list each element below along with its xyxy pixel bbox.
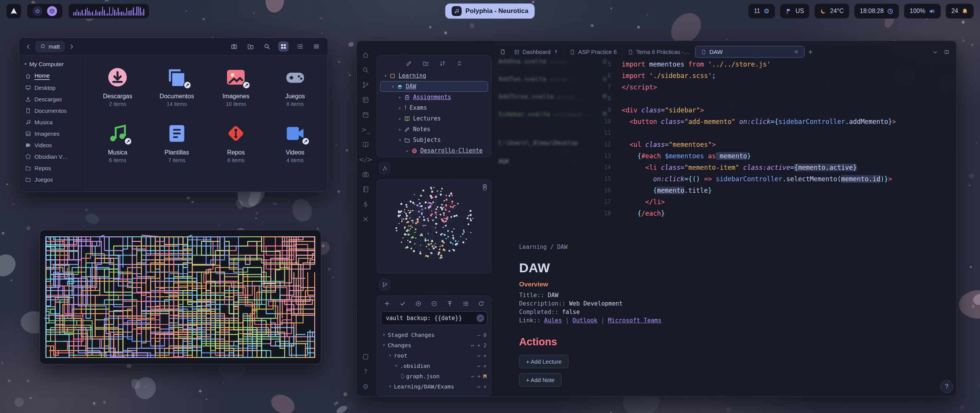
ribbon-dollar-button[interactable]: $ bbox=[363, 201, 368, 208]
close-tab-icon[interactable] bbox=[794, 49, 799, 54]
git-pane-tab[interactable] bbox=[379, 279, 390, 290]
ribbon-gear-button[interactable]: ⚙ bbox=[363, 383, 369, 390]
sidebar-item-videos[interactable]: Videos bbox=[21, 139, 82, 151]
git-row-actions[interactable]: ↩ + bbox=[477, 353, 487, 359]
tree-item-assignments[interactable]: ▸Assignments bbox=[380, 92, 488, 102]
screenshot-button[interactable] bbox=[229, 41, 239, 52]
action-button--add-note[interactable]: + Add Note bbox=[519, 373, 562, 387]
ribbon-help-button[interactable]: ? bbox=[364, 368, 368, 375]
tree-item-subjects[interactable]: ▾Subjects bbox=[380, 135, 488, 145]
git-refresh-button[interactable] bbox=[478, 301, 484, 307]
window-count-module[interactable]: 11⚙ bbox=[748, 3, 775, 19]
volume-module[interactable]: 100% bbox=[904, 3, 941, 19]
tab-tema-6-pr-cticas-[interactable]: Tema 6 Prácticas -… bbox=[622, 46, 695, 58]
explorer-collapse-button[interactable] bbox=[456, 60, 462, 67]
tree-chevron-icon[interactable]: ▾ bbox=[397, 138, 403, 142]
tree-chevron-icon[interactable]: ▸ bbox=[397, 117, 403, 121]
grid-view-button[interactable] bbox=[278, 41, 289, 52]
tab-asp-practice-6[interactable]: ASP Practice 6 bbox=[564, 46, 622, 58]
tree-item-lectures[interactable]: ▸Lectures bbox=[380, 113, 488, 124]
sidebar-item-home[interactable]: Home bbox=[21, 70, 82, 82]
ribbon-git-branch-button[interactable] bbox=[362, 81, 369, 88]
ribbon-close-button[interactable] bbox=[362, 216, 369, 223]
new-folder-button[interactable] bbox=[245, 41, 256, 52]
graph-view[interactable] bbox=[377, 180, 491, 273]
git-row-actions[interactable]: ↩ + 2 bbox=[471, 342, 487, 348]
tree-chevron-icon[interactable]: ▾ bbox=[382, 74, 389, 78]
ribbon-terminal-button[interactable]: >_ bbox=[361, 126, 370, 133]
git-row-actions[interactable]: ↩ + bbox=[477, 363, 487, 369]
keyboard-layout-module[interactable]: US bbox=[780, 3, 810, 19]
list-view-button[interactable] bbox=[295, 41, 305, 52]
app-launcher-button[interactable] bbox=[6, 3, 21, 19]
breadcrumb[interactable]: matt bbox=[35, 41, 65, 52]
folder-documentos[interactable]: ↗Documentos14 items bbox=[147, 65, 207, 107]
tab-dashboard[interactable]: Dashboard bbox=[509, 46, 564, 58]
note-link-outlook[interactable]: Outlook bbox=[572, 317, 597, 324]
sidebar-item-musica[interactable]: Musica bbox=[21, 116, 82, 128]
action-button--add-lecture[interactable]: + Add Lecture bbox=[519, 355, 568, 368]
git-plus-button[interactable] bbox=[384, 301, 390, 307]
tree-item-learning[interactable]: ▾Learning bbox=[380, 70, 488, 81]
explorer-folder-plus-button[interactable] bbox=[423, 60, 429, 67]
git-row-actions[interactable]: — 0 bbox=[477, 332, 487, 338]
ribbon-home-button[interactable] bbox=[362, 52, 369, 59]
git-row-graph-json[interactable]: graph.json↩ +M bbox=[377, 371, 491, 381]
ribbon-calendar-button[interactable] bbox=[362, 111, 369, 118]
forward-button[interactable] bbox=[69, 44, 75, 50]
sidebar-item-descargas[interactable]: Descargas bbox=[21, 93, 82, 105]
power-toggle-button[interactable] bbox=[33, 6, 42, 16]
git-row-staged-changes[interactable]: ▾Staged Changes— 0 bbox=[377, 330, 491, 340]
git-row-changes[interactable]: ▾Changes↩ + 2 bbox=[377, 340, 491, 350]
note-link-aules[interactable]: Aules bbox=[544, 317, 562, 324]
git-row-actions[interactable]: ↩ + bbox=[471, 373, 480, 379]
package-toggle-button[interactable] bbox=[47, 6, 57, 16]
tree-item-exams[interactable]: ▸!Exams bbox=[380, 102, 488, 113]
help-button[interactable]: ? bbox=[940, 380, 953, 393]
ribbon-camera-button[interactable] bbox=[362, 171, 369, 178]
ribbon-book-button[interactable] bbox=[362, 141, 369, 148]
tree-chevron-icon[interactable]: ▾ bbox=[389, 85, 396, 89]
git-minus-circle-button[interactable] bbox=[431, 301, 437, 307]
ribbon-notebook-button[interactable] bbox=[362, 186, 369, 193]
sidebar-header[interactable]: ▾ My Computer bbox=[21, 60, 82, 70]
folder-videos[interactable]: ↗Videos4 items bbox=[266, 121, 325, 163]
sidebar-item-repos[interactable]: Repos bbox=[21, 162, 82, 174]
clear-message-icon[interactable]: ✕ bbox=[477, 314, 484, 322]
notifications-module[interactable]: 24 bbox=[946, 3, 974, 19]
folder-imagenes[interactable]: ↗Imagenes10 items bbox=[206, 65, 266, 107]
pin-icon[interactable] bbox=[554, 49, 559, 54]
note-link-microsoft-teams[interactable]: Microsoft Teams bbox=[608, 317, 662, 324]
tree-item-notes[interactable]: ▸Notes bbox=[380, 124, 488, 135]
git-check-button[interactable] bbox=[400, 301, 406, 307]
git-row-actions[interactable]: ↩ + bbox=[477, 384, 487, 390]
toggle-sidebar-button[interactable] bbox=[497, 47, 509, 56]
git-row-learning-daw-exams[interactable]: ▾Learning/DAW/Exams↩ + bbox=[377, 381, 491, 392]
note-breadcrumb[interactable]: Learning / DAW bbox=[519, 244, 933, 250]
tree-chevron-icon[interactable]: ▸ bbox=[397, 127, 403, 132]
weather-module[interactable]: 24°C bbox=[814, 3, 849, 19]
tree-chevron-icon[interactable]: ▸ bbox=[404, 149, 411, 153]
folder-plantillas[interactable]: Plantillas7 items bbox=[147, 121, 207, 163]
search-button[interactable] bbox=[262, 41, 272, 52]
sidebar-item-juegos[interactable]: Juegos bbox=[21, 174, 82, 185]
folder-juegos[interactable]: Juegos8 items bbox=[266, 65, 325, 107]
ribbon-code-button[interactable]: </​> bbox=[359, 156, 372, 163]
split-pane-button[interactable] bbox=[941, 48, 952, 56]
tree-chevron-icon[interactable]: ▸ bbox=[397, 95, 403, 99]
sidebar-item-imagenes[interactable]: Imagenes bbox=[21, 128, 82, 139]
commit-message-input[interactable] bbox=[381, 311, 487, 325]
tab-list-button[interactable] bbox=[929, 48, 941, 56]
media-player-module[interactable]: Polyphia - Neurotica bbox=[445, 3, 535, 19]
explorer-sort-button[interactable] bbox=[439, 60, 446, 67]
new-tab-button[interactable] bbox=[805, 48, 816, 56]
git-plus-circle-button[interactable] bbox=[415, 301, 421, 307]
tree-chevron-icon[interactable]: ▸ bbox=[397, 106, 403, 110]
ribbon-box-button[interactable] bbox=[362, 353, 369, 360]
menu-button[interactable] bbox=[311, 41, 322, 52]
sidebar-item-documentos[interactable]: Documentos bbox=[21, 105, 82, 116]
tab-daw[interactable]: DAW bbox=[695, 46, 805, 58]
sidebar-item-desktop[interactable]: Desktop bbox=[21, 82, 82, 93]
folder-musica[interactable]: ↗Musica6 items bbox=[88, 121, 147, 163]
folder-repos[interactable]: Repos6 items bbox=[206, 121, 266, 163]
